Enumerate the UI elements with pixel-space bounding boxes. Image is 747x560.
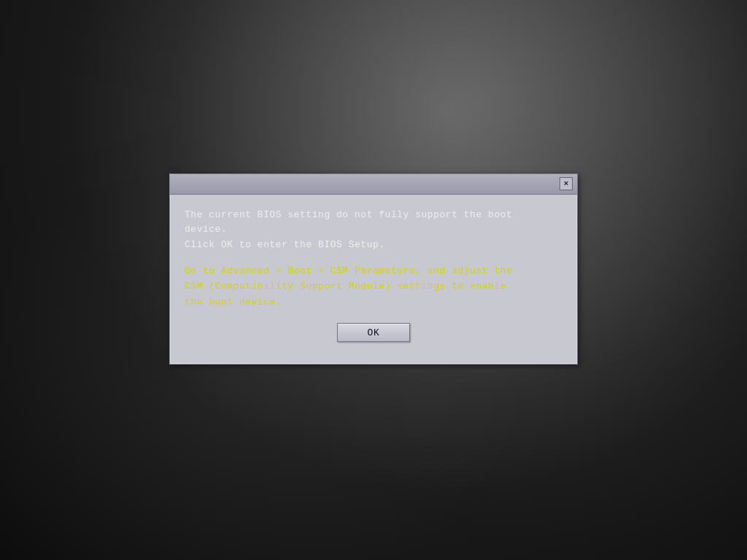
yellow-message-line1: Go to Advanced > Boot > CSM Parameters, …	[185, 265, 512, 276]
dialog-footer: OK	[185, 323, 562, 352]
dialog-body: The current BIOS setting do not fully su…	[170, 195, 577, 365]
yellow-message-line2: CSM (Compatibility Support Module) setti…	[185, 281, 506, 292]
yellow-message-line3: the boot device.	[185, 297, 282, 308]
white-message-line2: device.	[185, 224, 227, 235]
bios-dialog: × The current BIOS setting do not fully …	[169, 174, 578, 365]
white-message: The current BIOS setting do not fully su…	[185, 208, 562, 253]
white-message-line3: Click OK to enter the BIOS Setup.	[185, 239, 385, 250]
ok-button[interactable]: OK	[337, 323, 410, 342]
white-message-line1: The current BIOS setting do not fully su…	[185, 209, 512, 220]
dialog-wrapper: × The current BIOS setting do not fully …	[0, 0, 747, 549]
dialog-titlebar: ×	[170, 174, 577, 195]
yellow-message: Go to Advanced > Boot > CSM Parameters, …	[185, 263, 562, 310]
close-button[interactable]: ×	[560, 177, 573, 190]
